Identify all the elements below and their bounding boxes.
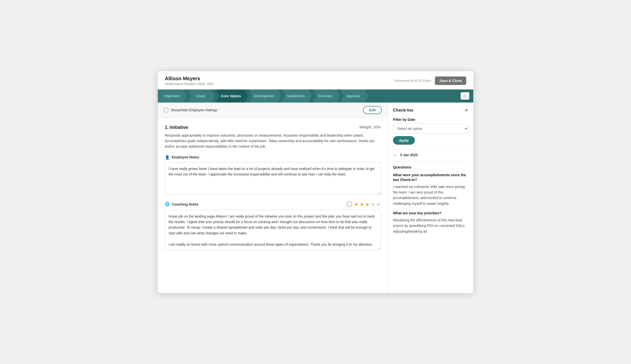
filter-section: Filter by Date Select an option Apply (393, 118, 468, 145)
question-2: What are your key priorities? Monitoring… (393, 211, 468, 234)
coaching-notes-title: Coaching Notes (172, 202, 199, 206)
employee-name: Allison Meyers (165, 76, 214, 81)
star-5[interactable]: ★ (376, 201, 381, 207)
header: Allison Meyers Performance Review | 2022… (158, 71, 473, 89)
coaching-header-left: 🌐 Coaching Notes (165, 202, 199, 207)
tab-core-values[interactable]: Core Values (216, 89, 248, 103)
nav-tabs-right: 🖨 (461, 89, 473, 103)
section-title: 1. Initiative (165, 125, 188, 130)
star-2[interactable]: ★ (360, 201, 364, 207)
print-button[interactable]: 🖨 (461, 92, 469, 100)
question-1-text: What were your accomplishments since the… (393, 173, 468, 183)
employee-notes-section: 👤 Employee Notes I have really grown her… (165, 155, 381, 196)
show-hide-bar: Show/Hide Employee Ratings Edit (158, 103, 388, 118)
coaching-notes-section: 🌐 Coaching Notes − ★ ★ ★ ★ ★ Great job o… (165, 201, 381, 251)
tab-goals[interactable]: Goals (188, 89, 215, 103)
date-nav: ← 3 Jan 2022 (393, 152, 468, 158)
tab-development[interactable]: Development (249, 89, 281, 103)
question-1-answer: I reached my milestone 30th sale since j… (393, 184, 468, 207)
question-2-answer: Monitoring the effectiveness of this new… (393, 217, 468, 234)
star-1[interactable]: ★ (354, 201, 359, 207)
show-hide-left: Show/Hide Employee Ratings (164, 108, 217, 112)
coaching-notes-textarea[interactable]: Great job on the landing page Allison! I… (165, 210, 381, 250)
filter-label: Filter by Date (393, 118, 468, 122)
star-rating: − ★ ★ ★ ★ ★ (347, 201, 381, 207)
coaching-icon: 🌐 (165, 202, 170, 207)
question-2-text: What are your key priorities? (393, 211, 468, 216)
minus-circle-button[interactable]: − (347, 202, 352, 207)
show-hide-checkbox[interactable] (164, 108, 168, 112)
content-area: 1. Initiative Weight: 20% Responds appro… (158, 118, 388, 261)
nav-tabs: Objectives Goals Core Values Development… (158, 89, 473, 103)
panel-header: Check-Ins ✕ (393, 108, 468, 113)
main-window: Allison Meyers Performance Review | 2022… (158, 71, 473, 293)
section-weight: Weight: 20% (359, 125, 381, 129)
person-icon: 👤 (165, 155, 170, 160)
edit-button[interactable]: Edit (363, 106, 382, 114)
star-4[interactable]: ★ (371, 201, 375, 207)
divider-2 (393, 162, 468, 162)
coaching-notes-header: 🌐 Coaching Notes − ★ ★ ★ ★ ★ (165, 201, 381, 207)
employee-notes-textarea[interactable]: I have really grown here! I have taken t… (165, 162, 381, 195)
main-layout: Show/Hide Employee Ratings Edit 1. Initi… (158, 103, 473, 293)
date-nav-label: 3 Jan 2022 (400, 153, 418, 157)
tab-objectives[interactable]: Objectives (158, 89, 187, 103)
section-header: 1. Initiative Weight: 20% (165, 125, 381, 130)
panel-title: Check-Ins (393, 108, 413, 113)
tab-summary[interactable]: Summary (312, 89, 340, 103)
autosaved-label: Autosaved at 02:32:41pm (394, 79, 431, 82)
apply-button[interactable]: Apply (393, 136, 415, 145)
questions-label: Questions (393, 165, 468, 169)
date-back-arrow[interactable]: ← (393, 152, 398, 158)
show-hide-label: Show/Hide Employee Ratings (171, 108, 217, 112)
review-period: Performance Review | 2022: 2022 (165, 82, 214, 86)
close-button[interactable]: ✕ (464, 108, 468, 113)
divider (393, 149, 468, 149)
filter-date-select[interactable]: Select an option (393, 124, 468, 134)
tab-approval[interactable]: Approval (340, 89, 368, 103)
employee-notes-title: Employee Notes (172, 155, 199, 159)
header-left: Allison Meyers Performance Review | 2022… (165, 76, 214, 86)
employee-notes-header: 👤 Employee Notes (165, 155, 381, 160)
tab-satisfaction[interactable]: Satisfaction (282, 89, 312, 103)
question-1: What were your accomplishments since the… (393, 173, 468, 207)
save-close-button[interactable]: Save & Close (435, 76, 466, 85)
section-description: Responds appropriately to improve outcom… (165, 133, 381, 149)
left-panel: Show/Hide Employee Ratings Edit 1. Initi… (158, 103, 388, 293)
right-panel: Check-Ins ✕ Filter by Date Select an opt… (388, 103, 473, 293)
header-right: Autosaved at 02:32:41pm Save & Close (394, 76, 466, 85)
star-3[interactable]: ★ (365, 201, 370, 207)
